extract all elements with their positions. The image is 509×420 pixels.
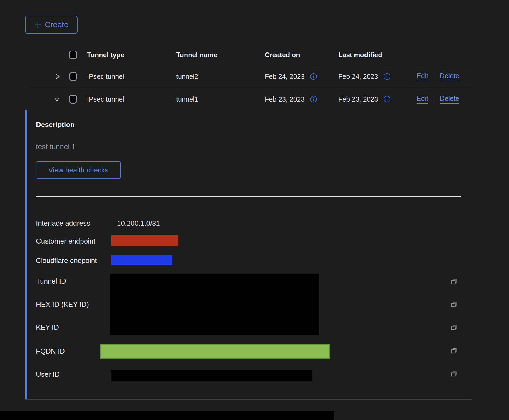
chevron-right-icon[interactable] [54,73,61,80]
table-row: IPsec tunnel tunnel2 Feb 24, 2023 Feb 24… [25,65,472,88]
copy-icon[interactable] [450,347,458,355]
last-modified-date: Feb 24, 2023 [338,72,378,80]
edit-link[interactable]: Edit [417,72,428,81]
info-icon[interactable] [310,73,317,80]
table-row: IPsec tunnel tunnel1 Feb 23, 2023 Feb 23… [25,88,472,110]
info-icon[interactable] [383,95,391,103]
description-label: Description [36,121,75,129]
info-icon[interactable] [310,95,317,103]
cloudflare-endpoint-redacted-value [111,255,172,265]
copy-icon[interactable] [450,370,458,378]
interface-address-label: Interface address [36,219,90,228]
last-modified-cell: Feb 24, 2023 [338,72,391,80]
view-health-checks-button[interactable]: View health checks [36,161,121,179]
copy-icon[interactable] [450,324,458,331]
panel-divider [36,196,461,197]
row-actions: Edit | Delete [417,95,459,104]
interface-address-value: 10.200.1.0/31 [117,219,160,228]
fqdn-id-label: FQDN ID [36,347,65,355]
tunnels-page: Create Tunnel type Tunnel name Created o… [0,0,509,420]
plus-icon [34,21,41,28]
column-header-tunnel-name: Tunnel name [176,51,217,59]
key-id-label: KEY ID [36,323,59,332]
hex-id-label: HEX ID (KEY ID) [36,300,89,309]
column-header-created-on: Created on [265,51,300,59]
column-header-last-modified: Last modified [338,51,382,59]
column-header-tunnel-type: Tunnel type [87,51,124,59]
chevron-down-icon[interactable] [53,96,61,103]
bottom-redacted-bar [0,411,334,420]
customer-endpoint-label: Customer endpoint [36,237,95,245]
info-icon[interactable] [383,73,391,80]
delete-link[interactable]: Delete [440,72,459,81]
delete-link[interactable]: Delete [440,95,459,104]
table-header: Tunnel type Tunnel name Created on Last … [25,45,472,65]
cloudflare-endpoint-label: Cloudflare endpoint [36,256,97,265]
ids-redacted-value-block [110,274,319,335]
user-id-label: User ID [36,370,60,379]
created-on-date: Feb 23, 2023 [265,95,304,103]
last-modified-cell: Feb 23, 2023 [338,95,391,103]
description-value: test tunnel 1 [36,143,76,151]
tunnel-name-cell: tunnel2 [176,72,198,80]
created-on-cell: Feb 24, 2023 [265,72,317,80]
action-separator: | [433,95,435,103]
create-button[interactable]: Create [25,16,78,34]
copy-icon[interactable] [450,278,458,285]
customer-endpoint-redacted-value [111,235,178,246]
tunnel-type-cell: IPsec tunnel [87,72,124,80]
edit-link[interactable]: Edit [417,95,428,104]
row-checkbox[interactable] [69,72,77,81]
row-actions: Edit | Delete [417,72,459,81]
select-all-checkbox[interactable] [69,51,77,59]
tunnel-id-label: Tunnel ID [36,277,66,285]
tunnel-name-cell: tunnel1 [176,95,198,103]
row-checkbox[interactable] [69,95,77,104]
tunnel-type-cell: IPsec tunnel [87,95,124,103]
action-separator: | [433,72,435,80]
panel-bottom-divider [25,399,472,400]
expanded-row-accent-bar [25,110,27,400]
create-button-label: Create [45,20,68,29]
user-id-redacted-value [111,370,312,381]
created-on-date: Feb 24, 2023 [265,72,304,80]
last-modified-date: Feb 23, 2023 [338,95,378,103]
created-on-cell: Feb 23, 2023 [265,95,317,103]
copy-icon[interactable] [450,301,458,308]
fqdn-id-redacted-value [100,344,330,359]
